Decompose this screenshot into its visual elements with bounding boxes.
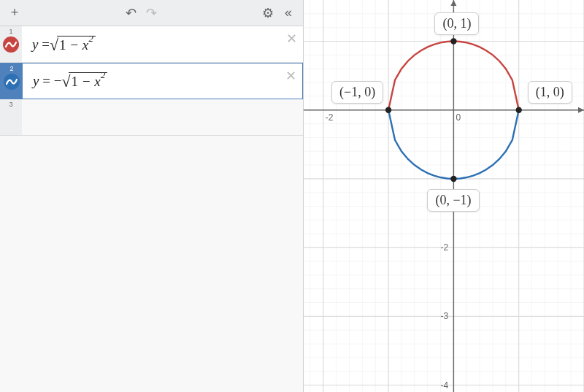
collapse-panel-button[interactable]: «	[278, 3, 299, 23]
point-label: (0, 1)	[434, 12, 479, 35]
plot-toggle-icon[interactable]	[3, 36, 19, 53]
add-expression-button[interactable]: +	[4, 3, 25, 23]
expression-index: 1	[0, 26, 22, 62]
svg-text:-2: -2	[440, 242, 448, 253]
expression-list: 1 y = √1 − x2 ✕ 2	[0, 26, 303, 392]
expression-row[interactable]: 2 y = − √1 − x2 ✕	[0, 63, 303, 99]
app-root: + ↶ ↷ ⚙ « 1 y = √1	[0, 0, 584, 392]
expression-input[interactable]: y = − √1 − x2	[23, 64, 302, 99]
delete-expression-button[interactable]: ✕	[285, 68, 296, 84]
svg-text:-2: -2	[326, 112, 334, 123]
expression-input[interactable]: y = √1 − x2	[22, 26, 303, 62]
svg-point-72	[515, 107, 521, 113]
chevron-left-icon: «	[285, 5, 292, 20]
point-label: (1, 0)	[528, 81, 572, 104]
svg-point-70	[450, 38, 456, 44]
expression-row-empty[interactable]: 3	[0, 99, 303, 136]
gear-icon: ⚙	[262, 5, 274, 21]
svg-text:0: 0	[456, 112, 461, 123]
toolbar: + ↶ ↷ ⚙ «	[0, 0, 303, 26]
redo-button[interactable]: ↷	[142, 3, 162, 23]
svg-text:-3: -3	[440, 311, 448, 321]
svg-marker-63	[578, 107, 584, 113]
expression-index: 3	[0, 99, 22, 135]
expression-index: 2	[1, 64, 23, 99]
svg-point-71	[385, 107, 391, 113]
expression-row[interactable]: 1 y = √1 − x2 ✕	[0, 26, 303, 63]
graph-area[interactable]: 0-2-2-3-4 (0, 1)(−1, 0)(1, 0)(0, −1)	[304, 0, 584, 392]
settings-button[interactable]: ⚙	[258, 3, 278, 23]
undo-button[interactable]: ↶	[121, 3, 142, 23]
left-panel: + ↶ ↷ ⚙ « 1 y = √1	[0, 0, 304, 392]
svg-marker-64	[450, 0, 456, 6]
point-label: (−1, 0)	[331, 81, 383, 104]
svg-point-73	[450, 176, 456, 182]
svg-text:-4: -4	[440, 380, 448, 391]
point-label: (0, −1)	[427, 189, 479, 212]
delete-expression-button[interactable]: ✕	[286, 31, 297, 47]
plot-toggle-icon[interactable]	[4, 74, 20, 90]
